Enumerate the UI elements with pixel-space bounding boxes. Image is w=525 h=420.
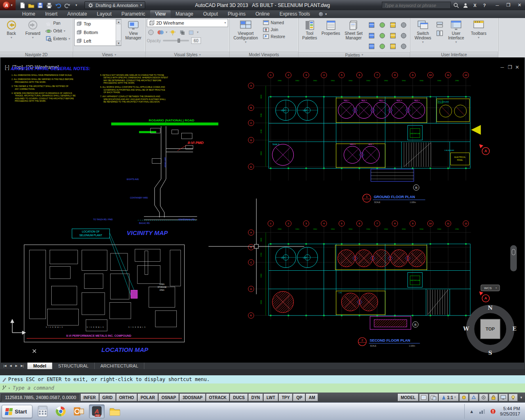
layout-tab-structural[interactable]: STRUCTURAL [52, 363, 95, 369]
workspace-switcher[interactable]: Drafting & Annotation ▾ [84, 1, 145, 9]
tool-palettes-button[interactable]: Tool Palettes [300, 19, 320, 51]
status-toggle-otrack[interactable]: OTRACK [206, 394, 230, 401]
panel-label-user-interface[interactable]: User Interface [410, 52, 498, 57]
status-menu-icon[interactable]: ▾ [518, 395, 524, 399]
ribbon-tab-online[interactable]: Online [251, 10, 275, 18]
status-toggle-qp[interactable]: QP [293, 394, 305, 401]
palettes-grid-icon-12[interactable] [398, 41, 409, 51]
undo-button[interactable] [54, 1, 62, 9]
palettes-grid-icon-2[interactable] [377, 20, 387, 30]
forward-button[interactable]: Forward ▾ [23, 19, 43, 51]
palettes-grid-icon-11[interactable] [388, 41, 398, 51]
maximize-button[interactable]: ❐ [503, 1, 514, 9]
annotation-scale-button[interactable]: 1:1▾ [439, 394, 459, 401]
exchange-apps-icon[interactable]: X [471, 2, 479, 9]
lock-ui-icon[interactable] [489, 394, 498, 401]
wcs-button[interactable]: WCS ▾ [481, 285, 500, 291]
vs-sphere-icon[interactable] [147, 28, 155, 36]
palettes-grid-icon-4[interactable] [398, 20, 409, 30]
opacity-slider[interactable] [163, 40, 189, 41]
vs-lighting-icon[interactable] [169, 28, 177, 36]
taskbar-autocad-button[interactable]: AP3D [89, 404, 105, 418]
next-tab-icon[interactable]: ▶ [14, 363, 19, 368]
ribbon-tab-plug-ins[interactable]: Plug-ins [223, 10, 250, 18]
restore-viewports-button[interactable]: Restore [262, 34, 286, 40]
status-toggle-tpy[interactable]: TPY [279, 394, 292, 401]
panel-label-palettes[interactable]: Palettes▾ [299, 52, 410, 57]
status-toggle-dyn[interactable]: DYN [249, 394, 263, 401]
quick-access-menu-button[interactable]: ▾ [72, 1, 80, 9]
ribbon-tab-layout[interactable]: Layout [92, 10, 116, 18]
vs-materials-icon[interactable] [156, 28, 164, 36]
workspace-switching-icon[interactable] [479, 394, 488, 401]
vs-shadows-icon[interactable] [178, 28, 186, 36]
orbit-button[interactable]: Orbit ▾ [44, 27, 71, 34]
views-list-scrollbar[interactable]: ▲ ▼ [116, 19, 121, 46]
plot-button[interactable] [45, 1, 53, 9]
application-menu-button[interactable]: A ▾ [0, 0, 16, 10]
recent-commands-icon[interactable]: ▾ [8, 386, 10, 390]
scroll-up-icon[interactable]: ▲ [116, 19, 121, 24]
coordinates-readout[interactable]: 1125818.7885, 24080.0587, 0.0000 [1, 394, 80, 402]
panel-label-model-viewports[interactable]: Model Viewports [230, 52, 298, 57]
sheet-set-manager-button[interactable]: Sheet Set Manager [342, 19, 365, 51]
ribbon-tab-output[interactable]: Output [198, 10, 223, 18]
model-space[interactable]: [-] [Top] [2D Wireframe] ─ ❐ ✕ ARCHITECT… [1, 57, 524, 363]
panel-label-navigate[interactable]: Navigate 2D [0, 52, 73, 57]
palettes-grid-icon-8[interactable] [398, 30, 409, 41]
ribbon-tab-manage[interactable]: Manage [171, 10, 198, 18]
view-preset-left[interactable]: Left [75, 37, 116, 45]
opacity-slider-thumb[interactable] [178, 39, 180, 43]
minimize-button[interactable]: ─ [492, 1, 503, 9]
back-button[interactable]: Back ▾ [1, 19, 21, 51]
status-toggle-3dosnap[interactable]: 3DOSNAP [180, 394, 205, 401]
infocenter-search-input[interactable] [382, 2, 451, 9]
clean-screen-icon[interactable] [509, 394, 518, 401]
user-interface-button[interactable]: User Interface ▾ [445, 19, 467, 51]
drawing-close-icon[interactable]: ✕ [515, 64, 519, 70]
ribbon-options-icon[interactable] [318, 11, 324, 17]
quick-view-layouts-icon[interactable] [419, 394, 428, 401]
viewcube[interactable]: TOP N E S W [463, 305, 516, 356]
palettes-grid-icon-9[interactable] [366, 41, 377, 51]
scroll-down-icon[interactable]: ▼ [116, 41, 121, 46]
layout-tab-model[interactable]: Model [27, 363, 52, 369]
status-toggle-polar[interactable]: POLAR [138, 394, 158, 401]
ribbon-tab-home[interactable]: Home [17, 10, 40, 18]
tile-vertically-icon[interactable] [436, 29, 444, 37]
command-input-line[interactable]: ▾ Type a command [0, 383, 525, 393]
visual-style-select[interactable]: 2D Wireframe ▾ [147, 19, 228, 27]
ribbon-tab-parametric[interactable]: Parametric [116, 10, 150, 18]
ribbon-tab-view[interactable]: View [150, 10, 171, 18]
status-toggle-ortho[interactable]: ORTHO [116, 394, 137, 401]
palettes-grid-icon-1[interactable] [366, 20, 377, 30]
status-toggle-lwt[interactable]: LWT [264, 394, 278, 401]
drawing-minimize-icon[interactable]: ─ [500, 64, 504, 70]
taskbar-chrome-button[interactable] [53, 404, 68, 418]
properties-button[interactable]: Properties [321, 19, 341, 51]
view-preset-top[interactable]: Top [75, 19, 116, 28]
ribbon-tab-insert[interactable]: Insert [40, 10, 62, 18]
start-button[interactable]: Start [2, 405, 32, 418]
palettes-grid-icon-3[interactable] [388, 20, 398, 30]
ribbon-collapse-icon[interactable]: ▾ [325, 13, 327, 16]
toolbars-button[interactable]: Toolbars ▾ [468, 19, 489, 51]
redo-button[interactable] [63, 1, 71, 9]
layout-tab-architectural[interactable]: ARCHITECTURAL [95, 363, 144, 369]
pan-button[interactable]: Pan [44, 20, 71, 27]
hardware-acceleration-icon[interactable] [499, 394, 508, 401]
view-manager-button[interactable]: View Manager [123, 19, 144, 51]
tray-expand-icon[interactable]: ▲ [468, 408, 475, 415]
navigation-bar[interactable] [510, 245, 517, 272]
first-tab-icon[interactable]: |◀ [2, 363, 7, 368]
new-drawing-button[interactable] [18, 1, 26, 9]
tray-alert-icon[interactable] [489, 408, 497, 415]
named-viewports-button[interactable]: Named [262, 20, 286, 26]
viewport-collapse-control[interactable]: [-] [5, 64, 9, 70]
status-toggle-osnap[interactable]: OSNAP [159, 394, 179, 401]
command-tools-icon[interactable] [1, 386, 7, 390]
taskbar-calculator-button[interactable] [35, 404, 50, 418]
annotation-visibility-icon[interactable] [459, 394, 468, 401]
status-toggle-infer[interactable]: INFER [81, 394, 99, 401]
close-button[interactable]: ✕ [514, 1, 525, 9]
